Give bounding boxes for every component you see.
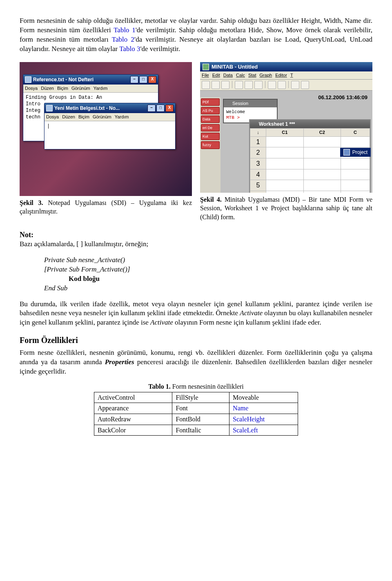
table-1: Tablo 1. Form nesnesinin özellikleri Act… [94, 382, 298, 436]
minimize-button[interactable]: – [147, 105, 156, 112]
open-icon[interactable] [202, 81, 210, 89]
save-icon[interactable] [212, 81, 220, 89]
window-title-2: Yeni Metin Belgesi.txt - No... [54, 105, 120, 111]
table-cell: BackColor [94, 425, 172, 436]
notepad-icon [46, 105, 53, 111]
timestamp: 06.12.2006 13:46:09 [318, 94, 368, 101]
form-properties-paragraph: Form nesne özellikleri, nesnenin görünüm… [20, 348, 372, 376]
maximize-button[interactable]: □ [156, 105, 165, 112]
property-link[interactable]: ScaleHeight [229, 414, 298, 425]
desktop-screenshot-sdi: Reference.txt - Not Defteri – □ X DosyaD… [20, 62, 192, 196]
property-link[interactable]: Name [229, 403, 298, 414]
section-heading-form-ozellikleri: Form Özellikleri [20, 335, 372, 346]
worksheet-grid[interactable]: ↓C1C2C 1 2 3 4 5 6 [250, 128, 370, 193]
window-title-1: Reference.txt - Not Defteri [33, 76, 94, 83]
explanation-paragraph: Bu durumda, ilk verilen ifade özellik, m… [20, 300, 372, 328]
link-table1[interactable]: Tablo 1 [114, 26, 136, 34]
menu-bar[interactable]: DosyaDüzenBiçimGörünümYardım [45, 113, 175, 121]
table-cell: AutoRedraw [94, 414, 172, 425]
session-icon [226, 101, 231, 106]
property-link[interactable]: ScaleLeft [229, 425, 298, 436]
table-cell: ActiveControl [94, 392, 172, 403]
minitab-screenshot-mdi: MINITAB - Untitled FileEditDataCalcStatG… [200, 62, 372, 193]
figure-3: Reference.txt - Not Defteri – □ X DosyaD… [20, 62, 192, 216]
paste-icon[interactable] [254, 81, 263, 89]
link-table3[interactable]: Tablo 3 [119, 45, 140, 53]
close-button[interactable]: X [165, 105, 174, 112]
table-cell: Moveable [229, 392, 298, 403]
menu-bar[interactable]: DosyaDüzenBiçimGörünümYardım [23, 85, 158, 93]
table-cell: FillStyle [172, 392, 229, 403]
redo-icon[interactable] [278, 81, 286, 89]
link-table2[interactable]: Tablo 2 [112, 36, 134, 43]
table-cell: FontItalic [172, 425, 229, 436]
figure-3-caption: Şekil 3. Notepad Uygulaması (SDI) – Uygu… [20, 198, 192, 216]
project-icon [343, 149, 350, 156]
minitab-icon [203, 64, 209, 70]
table-cell: Font [172, 403, 229, 414]
tool-icon[interactable] [301, 81, 309, 89]
cut-icon[interactable] [235, 81, 243, 89]
print-icon[interactable] [221, 81, 229, 89]
form-properties-table: ActiveControlFillStyleMoveableAppearance… [94, 392, 298, 436]
copy-icon[interactable] [245, 81, 253, 89]
worksheet-icon [252, 122, 257, 127]
close-button[interactable]: X [148, 76, 156, 83]
figure-4: MINITAB - Untitled FileEditDataCalcStatG… [200, 62, 372, 222]
undo-icon[interactable] [268, 81, 276, 89]
table-cell: FontBold [172, 414, 229, 425]
table-cell: Appearance [94, 403, 172, 414]
figures-row: Reference.txt - Not Defteri – □ X DosyaD… [20, 62, 372, 222]
note-heading: Not: [20, 230, 372, 240]
minimize-button[interactable]: – [130, 76, 138, 83]
intro-paragraph: Form nesnesinin de sahip olduğu özellikl… [20, 16, 372, 54]
code-example: Private Sub nesne_Activate() [Private Su… [44, 256, 372, 293]
maximize-button[interactable]: □ [139, 76, 147, 83]
chart-icon[interactable] [291, 81, 299, 89]
notepad-icon [25, 76, 31, 83]
figure-4-caption: Şekil 4. Minitab Uygulaması (MDI) – Bir … [200, 195, 372, 222]
note-text: Bazı açıklamalarda, [ ] kullanılmıştır, … [20, 240, 372, 249]
project-button[interactable]: Project [340, 148, 371, 157]
minitab-menu-bar[interactable]: FileEditDataCalcStatGraphEditorT [200, 71, 372, 80]
left-sidebar: PDf AS Pu Data eri De Kut fuzzy [200, 97, 220, 193]
toolbar[interactable] [200, 80, 372, 91]
app-title: MINITAB - Untitled [212, 63, 258, 71]
